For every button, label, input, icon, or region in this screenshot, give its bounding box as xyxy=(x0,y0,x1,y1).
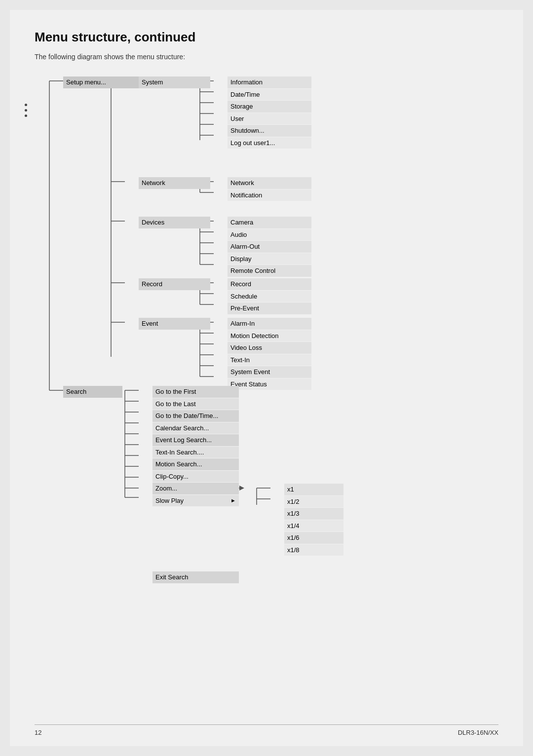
setup-menu-label: Setup menu... xyxy=(63,76,140,88)
footer: 12 DLR3-16N/XX xyxy=(35,724,498,736)
slowplay-x16: x1/6 xyxy=(284,532,343,544)
devices-node: Devices xyxy=(139,217,210,228)
page-title: Menu structure, continued xyxy=(35,30,498,45)
system-shutdown: Shutdown... xyxy=(228,125,311,137)
menu-diagram: Setup menu... Search System Information … xyxy=(35,76,498,505)
system-children: Information Date/Time Storage User Shutd… xyxy=(228,76,311,149)
network-network: Network xyxy=(228,177,311,189)
search-clipcopy: Clip-Copy... xyxy=(152,471,239,483)
search-eventlog: Event Log Search... xyxy=(152,434,239,446)
devices-camera: Camera xyxy=(228,217,311,228)
system-storage: Storage xyxy=(228,101,311,113)
event-alarmin: Alarm-In xyxy=(228,318,311,330)
event-systemevent: System Event xyxy=(228,366,311,378)
event-motion: Motion Detection xyxy=(228,330,311,342)
search-go-last: Go to the Last xyxy=(152,398,239,410)
event-videoloss: Video Loss xyxy=(228,342,311,354)
search-node: Search xyxy=(63,386,122,398)
system-datetime: Date/Time xyxy=(228,89,311,101)
search-label: Search xyxy=(63,386,122,398)
record-record: Record xyxy=(228,278,311,290)
system-label: System xyxy=(139,76,210,88)
search-go-first: Go to the First xyxy=(152,386,239,398)
slowplay-children: x1 x1/2 x1/3 x1/4 x1/6 x1/8 xyxy=(284,484,343,556)
record-children: Record Schedule Pre-Event xyxy=(228,278,311,314)
search-exit: Exit Search xyxy=(152,571,239,583)
search-slowplay: Slow Play ► xyxy=(152,495,239,507)
devices-display: Display xyxy=(228,253,311,265)
search-textin: Text-In Search.... xyxy=(152,447,239,458)
event-children: Alarm-In Motion Detection Video Loss Tex… xyxy=(228,318,311,390)
event-textin: Text-In xyxy=(228,354,311,366)
slowplay-label: Slow Play xyxy=(155,496,184,506)
slowplay-x18: x1/8 xyxy=(284,544,343,556)
margin-dots xyxy=(25,104,27,117)
record-node: Record xyxy=(139,278,210,290)
devices-children: Camera Audio Alarm-Out Display Remote Co… xyxy=(228,217,311,277)
subtitle: The following diagram shows the menu str… xyxy=(35,53,498,61)
search-calendar: Calendar Search... xyxy=(152,422,239,434)
search-zoom: Zoom... xyxy=(152,483,239,494)
devices-label: Devices xyxy=(139,217,210,228)
network-children: Network Notification xyxy=(228,177,311,201)
setup-menu-node: Setup menu... xyxy=(63,76,140,88)
network-node: Network xyxy=(139,177,210,189)
page: Menu structure, continued The following … xyxy=(10,10,523,746)
search-go-datetime: Go to the Date/Time... xyxy=(152,410,239,422)
svg-marker-49 xyxy=(239,486,244,491)
devices-alarmout: Alarm-Out xyxy=(228,241,311,253)
devices-remote: Remote Control xyxy=(228,265,311,277)
slowplay-x12: x1/2 xyxy=(284,496,343,508)
record-preevent: Pre-Event xyxy=(228,302,311,314)
slowplay-x14: x1/4 xyxy=(284,520,343,532)
footer-page: 12 xyxy=(35,729,41,736)
event-node: Event xyxy=(139,318,210,330)
search-motion: Motion Search... xyxy=(152,458,239,470)
slowplay-x13: x1/3 xyxy=(284,508,343,520)
network-label: Network xyxy=(139,177,210,189)
record-schedule: Schedule xyxy=(228,291,311,302)
event-label: Event xyxy=(139,318,210,330)
dot-3 xyxy=(25,114,27,117)
system-node: System xyxy=(139,76,210,88)
system-user: User xyxy=(228,113,311,125)
dot-2 xyxy=(25,109,27,112)
event-eventstatus: Event Status xyxy=(228,378,311,390)
network-notification: Notification xyxy=(228,189,311,201)
system-logout: Log out user1... xyxy=(228,137,311,149)
slowplay-x1: x1 xyxy=(284,484,343,495)
system-info: Information xyxy=(228,76,311,88)
footer-model: DLR3-16N/XX xyxy=(458,729,498,736)
devices-audio: Audio xyxy=(228,229,311,241)
search-children: Go to the First Go to the Last Go to the… xyxy=(152,386,239,583)
slowplay-arrow-icon: ► xyxy=(230,496,236,505)
dot-1 xyxy=(25,104,27,106)
record-label: Record xyxy=(139,278,210,290)
